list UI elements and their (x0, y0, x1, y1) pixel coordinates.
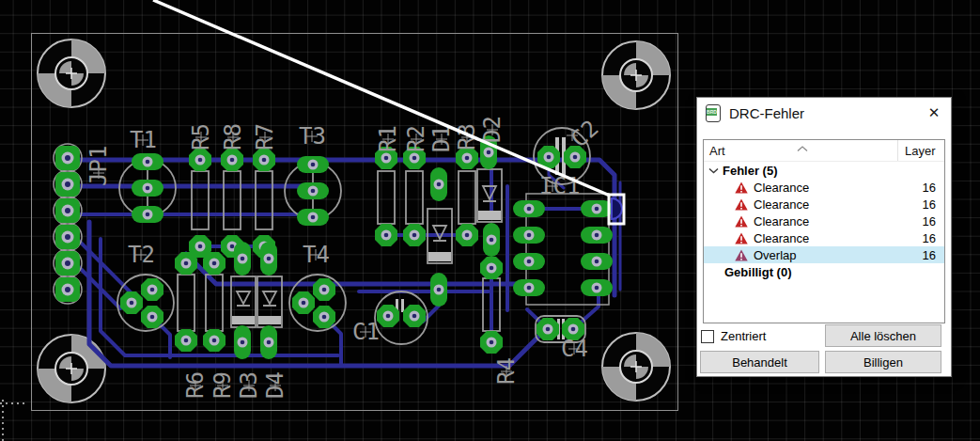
clearance-warning-icon (735, 181, 748, 194)
drc-error-row[interactable]: Clearance16 (704, 229, 944, 246)
list-header: Art Layer (704, 140, 944, 162)
pcb-editor-canvas: JP1T1R5R8R7T3R1R2D1R3D2C2IC1T2T4C1R6R9D3… (0, 0, 980, 441)
error-layer-value: 16 (923, 181, 944, 195)
approved-group-label: Gebilligt (0) (724, 265, 792, 279)
clearance-warning-icon (735, 232, 748, 244)
tree-group-approved[interactable]: Gebilligt (0) (704, 263, 944, 280)
overlap-warning-icon (735, 249, 748, 261)
sort-ascending-icon[interactable] (797, 141, 808, 155)
drc-error-row[interactable]: Clearance16 (704, 179, 944, 196)
centered-checkbox[interactable] (701, 330, 714, 343)
errors-group-label: Fehler (5) (723, 164, 778, 178)
drc-error-row[interactable]: Clearance16 (704, 196, 944, 213)
clearance-warning-icon (735, 198, 748, 211)
dialog-title: DRC-Fehler (729, 105, 804, 121)
centered-checkbox-label: Zentriert (721, 329, 766, 343)
drc-error-dialog: BRD DRC-Fehler ✕ Art Layer Fehler (5) Cl… (696, 97, 952, 377)
centered-checkbox-row: Zentriert (701, 329, 766, 343)
clearance-warning-icon (735, 215, 748, 228)
dialog-titlebar[interactable]: BRD DRC-Fehler ✕ (697, 98, 951, 128)
column-header-art[interactable]: Art (704, 144, 725, 158)
drc-error-list: Art Layer Fehler (5) Clearance16Clearanc… (703, 139, 945, 323)
error-type-label: Clearance (754, 231, 809, 245)
error-layer-value: 16 (923, 248, 944, 262)
error-type-label: Clearance (754, 197, 809, 212)
silk-label-jp1: JP1 (86, 146, 112, 186)
error-layer-value: 16 (923, 214, 944, 228)
silk-label-ic1: IC1 (539, 173, 580, 199)
column-header-layer[interactable]: Layer (897, 140, 944, 161)
approve-button[interactable]: Billigen (825, 351, 941, 373)
drc-error-row[interactable]: Overlap16 (704, 246, 944, 263)
error-type-label: Clearance (754, 181, 809, 195)
tree-group-errors[interactable]: Fehler (5) (704, 162, 944, 179)
chevron-down-icon[interactable] (708, 167, 723, 174)
error-layer-value: 16 (923, 231, 944, 245)
brd-document-icon: BRD (706, 104, 721, 122)
processed-button[interactable]: Behandelt (700, 351, 819, 373)
error-type-label: Overlap (754, 248, 797, 262)
error-type-label: Clearance (754, 214, 809, 228)
clear-all-button[interactable]: Alle löschen (825, 324, 941, 347)
drc-error-row[interactable]: Clearance16 (704, 213, 944, 229)
sheet-corner-marks (0, 400, 25, 441)
drc-error-rows: Clearance16Clearance16Clearance16Clearan… (704, 179, 944, 263)
error-layer-value: 16 (923, 197, 944, 212)
close-icon[interactable]: ✕ (917, 98, 951, 128)
